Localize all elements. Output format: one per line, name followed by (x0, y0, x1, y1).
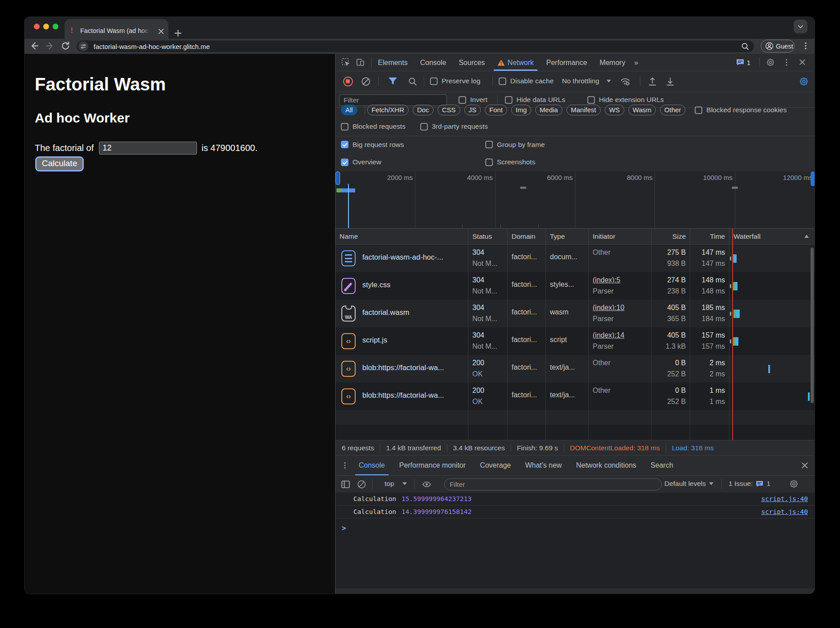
filter-chip[interactable]: WS (605, 105, 624, 115)
drawer-tab[interactable]: Network conditions (569, 456, 643, 475)
search-network-icon[interactable] (408, 77, 418, 86)
back-button[interactable] (29, 41, 39, 51)
filter-chip[interactable]: Doc (413, 105, 434, 115)
disable-cache-checkbox[interactable] (499, 77, 506, 85)
column-header-initiator[interactable]: Initiator (589, 229, 652, 244)
drawer-close-icon[interactable] (801, 461, 809, 469)
network-request-row[interactable]: factorial-wasm-ad-hoc-... 304Not M... fa… (336, 245, 815, 272)
filter-chip[interactable]: Font (485, 105, 507, 115)
forward-button[interactable] (45, 41, 55, 51)
console-message[interactable]: Calculation 14.399999976158142 script.js… (336, 506, 815, 518)
timeline-right-handle[interactable] (811, 171, 815, 186)
network-request-row[interactable]: ‹›blob:https://factorial-wa... 200OK fac… (336, 383, 815, 410)
filter-chip[interactable]: Img (511, 105, 531, 115)
console-prompt-icon[interactable]: > (342, 524, 346, 532)
factorial-input[interactable] (99, 142, 197, 155)
tab-close-icon[interactable] (157, 28, 165, 35)
network-request-row[interactable]: style.css 304Not M... factori... styles.… (336, 272, 815, 300)
filter-chip[interactable]: Manifest (566, 105, 601, 115)
filter-chip[interactable]: Wasm (628, 105, 656, 115)
devtools-settings-icon[interactable] (766, 58, 775, 67)
devtools-tab[interactable]: Sources (452, 54, 491, 71)
devtools-tab[interactable]: Console (414, 54, 453, 71)
drawer-tab[interactable]: Console (352, 456, 392, 475)
column-header-domain[interactable]: Domain (508, 229, 546, 244)
calculate-button[interactable]: Calculate (35, 156, 84, 171)
filter-chip[interactable]: JS (464, 105, 481, 115)
column-header-name[interactable]: Name (336, 229, 468, 244)
clear-console-icon[interactable] (357, 480, 366, 489)
console-message[interactable]: Calculation 15.599999964237213 script.js… (336, 493, 815, 506)
third-party-checkbox[interactable] (420, 123, 428, 130)
source-link[interactable]: script.js:40 (761, 506, 808, 518)
device-toolbar-icon[interactable] (356, 58, 365, 67)
search-icon[interactable] (741, 42, 750, 51)
drawer-menu-icon[interactable] (341, 461, 349, 469)
network-request-row[interactable]: ‹›script.js 304Not M... factori... scrip… (336, 327, 815, 355)
throttling-select[interactable]: No throttling (562, 77, 599, 85)
source-link[interactable]: script.js:40 (761, 493, 808, 506)
column-header-waterfall[interactable]: Waterfall (729, 229, 815, 244)
column-header-time[interactable]: Time (690, 229, 729, 244)
devtools-tab[interactable]: Performance (540, 54, 594, 71)
network-request-row[interactable]: ‹›blob:https://factorial-wa... 200OK fac… (336, 355, 815, 383)
filter-chip[interactable]: Fetch/XHR (367, 105, 409, 115)
tab-search-button[interactable] (794, 20, 807, 33)
minimize-window-button[interactable] (43, 24, 49, 29)
import-har-icon[interactable] (647, 77, 657, 86)
group-by-frame-checkbox[interactable] (485, 141, 493, 148)
address-bar[interactable]: factorial-wasm-ad-hoc-worker.glitch.me (77, 41, 754, 52)
devtools-tab[interactable]: Elements (372, 54, 414, 71)
devtools-menu-icon[interactable] (782, 58, 791, 67)
console-settings-icon[interactable] (789, 479, 799, 489)
new-tab-button[interactable] (174, 29, 182, 37)
drawer-tab[interactable]: Performance monitor (392, 456, 473, 475)
overview-checkbox[interactable] (341, 159, 348, 166)
filter-chip[interactable]: Media (535, 105, 562, 115)
filter-chip[interactable]: CSS (438, 105, 460, 115)
preserve-log-checkbox[interactable] (430, 77, 438, 85)
network-overview-timeline[interactable]: 2000 ms4000 ms6000 ms8000 ms10000 ms1200… (336, 171, 815, 228)
column-header-status[interactable]: Status (468, 229, 508, 244)
network-request-row[interactable]: WAfactorial.wasm 304Not M... factori... … (336, 300, 815, 327)
issues-counter[interactable]: 1 (736, 59, 750, 66)
console-sidebar-icon[interactable] (341, 480, 350, 489)
network-conditions-icon[interactable] (620, 76, 631, 87)
network-settings-icon[interactable] (799, 77, 809, 86)
timeline-left-handle[interactable] (336, 171, 340, 185)
blocked-requests-checkbox[interactable] (341, 123, 348, 130)
console-issues-counter[interactable]: 1 Issue: 1 (729, 480, 770, 488)
table-scrollbar[interactable] (811, 248, 814, 403)
close-window-button[interactable] (34, 24, 40, 29)
export-har-icon[interactable] (665, 77, 675, 86)
drawer-tab[interactable]: Coverage (473, 456, 518, 475)
column-header-type[interactable]: Type (546, 229, 589, 244)
drawer-tab[interactable]: What's new (518, 456, 569, 475)
reload-button[interactable] (61, 41, 70, 51)
live-expression-icon[interactable] (422, 480, 431, 489)
record-network-log-button[interactable] (343, 77, 353, 86)
filter-toggle-icon[interactable] (388, 77, 397, 86)
devtools-tab[interactable]: Memory (593, 54, 631, 71)
more-tabs-button[interactable]: » (631, 54, 641, 71)
maximize-window-button[interactable] (53, 24, 58, 29)
console-filter-input[interactable] (444, 478, 662, 490)
clear-network-log-icon[interactable] (361, 77, 371, 86)
drawer-tab[interactable]: Search (643, 456, 680, 475)
browser-tab[interactable]: ! Factorial Wasm (ad hoc Work (65, 19, 168, 39)
column-header-size[interactable]: Size (652, 229, 690, 244)
overview-label: Overview (352, 158, 381, 166)
devtools-close-icon[interactable] (798, 58, 807, 67)
console-levels-select[interactable]: Default levels (664, 480, 706, 488)
site-info-icon[interactable] (78, 41, 88, 51)
profile-button[interactable]: Guest (761, 40, 795, 53)
console-context-select[interactable]: top (385, 480, 394, 488)
devtools-tab[interactable]: Network (491, 54, 540, 71)
browser-menu-button[interactable] (801, 41, 811, 51)
big-request-rows-checkbox[interactable] (341, 141, 348, 148)
filter-chip[interactable]: Other (660, 105, 686, 115)
inspect-element-icon[interactable] (341, 58, 350, 67)
blocked-response-cookies-checkbox[interactable] (695, 106, 702, 114)
screenshots-checkbox[interactable] (485, 159, 493, 166)
filter-chip[interactable]: All (341, 105, 357, 115)
